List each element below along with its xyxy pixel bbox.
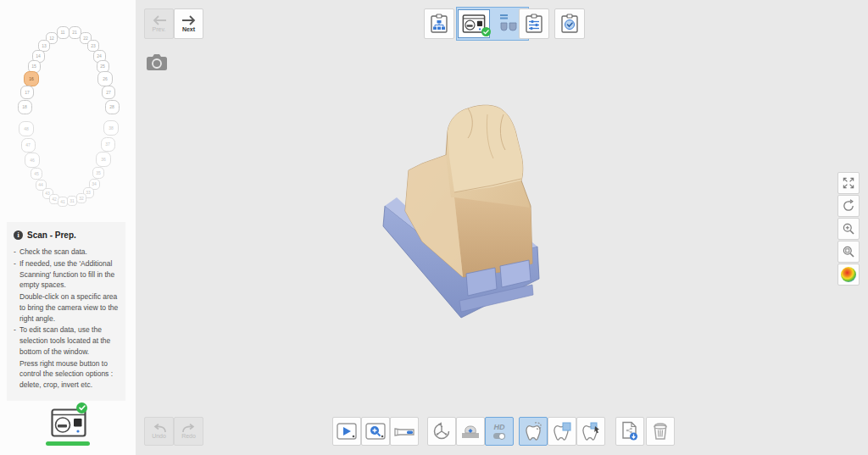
tooth-11[interactable]: 11 (57, 26, 70, 39)
additional-scan-button[interactable] (361, 417, 390, 446)
scan-stage-model-icon (498, 13, 520, 35)
tooth-37[interactable]: 37 (101, 137, 115, 152)
scan-progress-bar (46, 441, 90, 446)
live-scan-button[interactable] (332, 417, 361, 446)
undo-icon (153, 424, 166, 433)
sidebar: 1121122213231424152516261727182848384737… (0, 0, 136, 455)
tooth-32[interactable]: 32 (76, 193, 86, 203)
arrow-left-icon (152, 15, 167, 25)
redo-label: Redo (181, 433, 196, 439)
undo-button[interactable]: Undo (144, 417, 174, 446)
tooth-17[interactable]: 17 (20, 86, 34, 99)
lasso-selection-button[interactable] (519, 417, 548, 446)
guide-line: Press right mouse button to control the … (14, 358, 119, 391)
zoom-window-icon (842, 245, 855, 258)
model-base-icon (460, 423, 481, 440)
prev-label: Prev. (153, 26, 166, 32)
reliability-map-button[interactable] (837, 264, 860, 286)
additional-scan-icon (365, 423, 386, 440)
live-scan-icon (337, 423, 357, 440)
scan-settings-icon (525, 14, 543, 34)
guide-instructions: -Check the scan data.-If needed, use the… (14, 247, 119, 391)
arrow-right-icon (181, 15, 197, 25)
model-base-button[interactable] (456, 417, 485, 446)
tooth-31[interactable]: 31 (67, 196, 77, 206)
tooth-18[interactable]: 18 (18, 100, 32, 114)
tooth-48[interactable]: 48 (19, 121, 34, 136)
guide-line: -If needed, use the 'Additional Scanning… (14, 258, 119, 291)
tooth-27[interactable]: 27 (102, 86, 115, 99)
hd-toggle-icon (493, 433, 505, 439)
tooth-chart: 1121122213231424152516261727182848384737… (0, 7, 136, 219)
export-button[interactable] (615, 417, 644, 446)
guide-line: Double-click on a specific area to bring… (14, 291, 119, 324)
scanner-handpiece-button[interactable] (390, 417, 419, 446)
tooth-46[interactable]: 46 (25, 153, 40, 168)
tooth-35[interactable]: 35 (92, 167, 104, 179)
redo-button[interactable]: Redo (174, 417, 203, 446)
guide-title: Scan - Prep. (27, 230, 76, 240)
reset-rotation-icon (842, 199, 855, 213)
case-form-icon (430, 14, 448, 34)
fit-view-icon (842, 176, 855, 190)
tooth-47[interactable]: 47 (21, 138, 36, 153)
confirm-check-icon (560, 14, 579, 34)
lasso-selection-icon (523, 421, 543, 441)
guide-line: -To edit scan data, use the selection to… (14, 325, 119, 357)
tooth-38[interactable]: 38 (103, 120, 119, 136)
zoom-window-button[interactable] (837, 241, 860, 263)
redo-icon (182, 424, 196, 433)
color-sphere-icon (841, 267, 856, 282)
scanner-handpiece-icon (393, 425, 415, 437)
tooth-36[interactable]: 36 (96, 152, 111, 167)
case-form-button[interactable] (424, 8, 454, 39)
scan-settings-button[interactable] (519, 8, 549, 39)
hd-label: HD (494, 424, 505, 431)
next-label: Next (182, 26, 195, 32)
fit-view-button[interactable] (837, 172, 860, 194)
info-icon: i (14, 230, 23, 240)
axis-align-button[interactable] (427, 417, 456, 446)
camera-button[interactable] (146, 53, 168, 73)
stage-scanner-check-icon (481, 27, 491, 36)
undo-label: Undo (152, 433, 166, 439)
complete-check-icon (76, 402, 87, 413)
tooth-28[interactable]: 28 (105, 100, 120, 114)
guide-panel: i Scan - Prep. -Check the scan data.-If … (7, 222, 125, 401)
next-button[interactable]: Next (174, 8, 203, 39)
trash-icon (652, 422, 669, 441)
app-window: 1121122213231424152516261727182848384737… (0, 0, 868, 455)
zoom-in-button[interactable] (837, 218, 860, 240)
guide-line: -Check the scan data. (14, 247, 119, 258)
scan-stage-status[interactable] (39, 407, 97, 449)
click-selection-icon (581, 421, 601, 441)
camera-icon (146, 53, 168, 73)
reset-rotation-button[interactable] (837, 195, 860, 217)
tooth-16[interactable]: 16 (24, 71, 39, 86)
tooth-45[interactable]: 45 (31, 168, 42, 180)
rect-selection-icon (552, 421, 572, 441)
export-icon (620, 421, 639, 441)
axis-align-icon (432, 422, 451, 441)
scan-3d-model[interactable] (373, 97, 568, 335)
hd-toggle-button[interactable]: HD (485, 417, 514, 446)
rect-selection-button[interactable] (548, 417, 576, 446)
prev-button[interactable]: Prev. (144, 8, 174, 39)
tooth-26[interactable]: 26 (97, 71, 113, 86)
click-selection-button[interactable] (576, 417, 605, 446)
zoom-in-icon (842, 222, 855, 236)
confirm-button[interactable] (554, 8, 585, 39)
delete-button[interactable] (646, 417, 675, 446)
stage-scanner-cell[interactable] (458, 9, 490, 38)
